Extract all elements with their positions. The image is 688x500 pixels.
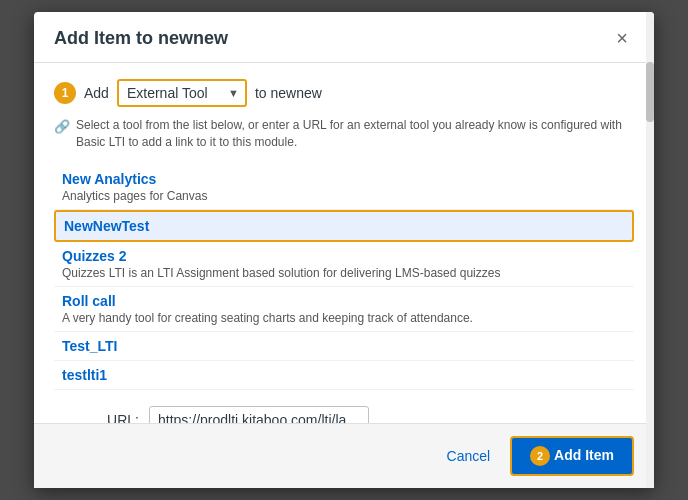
tool-item-quizzes2[interactable]: Quizzes 2 Quizzes LTI is an LTI Assignme…: [54, 242, 634, 287]
tool-desc-new-analytics: Analytics pages for Canvas: [62, 189, 626, 203]
url-input[interactable]: [149, 406, 369, 423]
step1-badge: 1: [54, 82, 76, 104]
tool-desc-rollcall: A very handy tool for creating seating c…: [62, 311, 626, 325]
close-button[interactable]: ×: [610, 26, 634, 50]
tool-desc-quizzes2: Quizzes LTI is an LTI Assignment based s…: [62, 266, 626, 280]
tool-name-test-lti: Test_LTI: [62, 338, 626, 354]
modal-header: Add Item to newnew ×: [34, 12, 654, 63]
url-label: URL:: [54, 412, 139, 423]
scrollbar-thumb[interactable]: [646, 62, 654, 122]
modal-body: 1 Add External Tool Assignment Quiz File…: [34, 63, 654, 423]
add-item-button[interactable]: 2Add Item: [510, 436, 634, 476]
tool-select-wrapper: External Tool Assignment Quiz File Page …: [117, 79, 247, 107]
url-field-row: URL:: [54, 406, 634, 423]
tool-item-newnewtest[interactable]: NewNewTest: [54, 210, 634, 242]
modal: Add Item to newnew × 1 Add External Tool…: [34, 12, 654, 488]
step1-prefix: Add: [84, 85, 109, 101]
hint-text: Select a tool from the list below, or en…: [76, 117, 634, 151]
tool-item-rollcall[interactable]: Roll call A very handy tool for creating…: [54, 287, 634, 332]
modal-footer: Cancel 2Add Item: [34, 423, 654, 488]
tool-item-new-analytics[interactable]: New Analytics Analytics pages for Canvas: [54, 165, 634, 210]
modal-title: Add Item to newnew: [54, 28, 228, 49]
tool-name-newnewtest: NewNewTest: [64, 218, 624, 234]
scrollbar-track[interactable]: [646, 12, 654, 488]
cancel-button[interactable]: Cancel: [437, 442, 501, 470]
tool-item-testlti1[interactable]: testlti1: [54, 361, 634, 390]
tool-name-rollcall: Roll call: [62, 293, 626, 309]
link-icon: 🔗: [54, 118, 70, 136]
tool-name-testlti1: testlti1: [62, 367, 626, 383]
tool-name-quizzes2: Quizzes 2: [62, 248, 626, 264]
tools-list: New Analytics Analytics pages for Canvas…: [54, 165, 634, 390]
tool-name-new-analytics: New Analytics: [62, 171, 626, 187]
add-item-badge: 2: [530, 446, 550, 466]
add-item-label: Add Item: [554, 447, 614, 463]
tool-select[interactable]: External Tool Assignment Quiz File Page …: [117, 79, 247, 107]
step1-row: 1 Add External Tool Assignment Quiz File…: [54, 79, 634, 107]
tool-item-test-lti[interactable]: Test_LTI: [54, 332, 634, 361]
step1-suffix: to newnew: [255, 85, 322, 101]
hint-row: 🔗 Select a tool from the list below, or …: [54, 117, 634, 151]
